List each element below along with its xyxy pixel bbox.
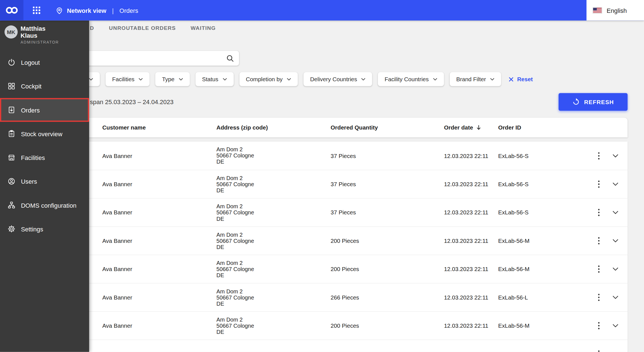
filter-chip-label: Completion by <box>246 76 283 83</box>
logo-rings-icon <box>5 6 19 15</box>
timespan-text: span 25.03.2023 – 24.04.2023 <box>90 99 174 106</box>
cell-order-date: 12.03.2023 22:11 <box>444 209 498 216</box>
cell-order-id: ExLab-56-S <box>498 181 584 188</box>
sidebar-item-settings[interactable]: Settings <box>0 217 89 241</box>
sidebar-item-doms-configuration[interactable]: DOMS configuration <box>0 193 89 217</box>
cell-ordered-quantity: 266 Pieces <box>331 294 444 301</box>
row-menu-button[interactable] <box>591 290 606 305</box>
filter-chip-facilities[interactable]: Facilities <box>106 72 150 86</box>
app-logo[interactable] <box>0 0 23 20</box>
chevron-down-icon <box>287 78 291 80</box>
column-header-order-date[interactable]: Order date <box>444 124 498 131</box>
reset-filters-button[interactable]: Reset <box>508 76 533 83</box>
cell-customer-name: Ava Banner <box>102 294 216 301</box>
cell-customer-name: Ava Banner <box>102 238 216 244</box>
user-name: Matthias Klaus <box>20 25 45 39</box>
column-header-customer-name[interactable]: Customer name <box>102 124 216 131</box>
filter-chip-delivery-countries[interactable]: Delivery Countries <box>304 72 372 86</box>
apps-grid-icon <box>33 7 40 14</box>
row-expand-button[interactable] <box>608 148 623 163</box>
table-row[interactable]: Ava Banner Am Dom 2 50667 Cologne DE 37 … <box>16 142 628 170</box>
cell-order-id: ExLab-56-L <box>498 294 584 301</box>
cell-order-id: ExLab-56-S <box>498 152 584 159</box>
column-header-address[interactable]: Address (zip code) <box>216 124 330 131</box>
brand-title: Network view <box>67 7 106 14</box>
chevron-down-icon <box>222 78 227 80</box>
us-flag-icon <box>593 8 602 13</box>
user-role: ADMINISTRATOR <box>20 40 59 44</box>
row-expand-button[interactable] <box>608 347 623 352</box>
table-row[interactable]: Ava Banner Am Dom 2 50667 Cologne DE 200… <box>16 255 628 283</box>
kebab-menu-icon <box>598 265 600 273</box>
power-icon <box>7 58 15 66</box>
filter-chip-label: Facilities <box>112 76 134 83</box>
row-menu-button[interactable] <box>591 262 606 276</box>
sidebar-item-stock-overview[interactable]: Stock overview <box>0 122 89 145</box>
cell-address: Am Dom 2 50667 Cologne DE <box>216 260 330 278</box>
row-menu-button[interactable] <box>591 177 606 191</box>
sidebar-item-facilities[interactable]: Facilities <box>0 146 89 169</box>
tab-first-truncated[interactable]: D <box>90 25 94 31</box>
cell-customer-name: Ava Banner <box>102 266 216 272</box>
filter-chip-label: Delivery Countries <box>310 76 357 83</box>
row-menu-button[interactable] <box>591 347 606 352</box>
apps-grid-button[interactable] <box>27 0 46 20</box>
cell-customer-name: Ava Banner <box>102 209 216 216</box>
row-expand-button[interactable] <box>608 318 623 333</box>
cell-address: Am Dom 2 50667 Cologne DE <box>216 175 330 193</box>
search-icon[interactable] <box>226 54 234 62</box>
language-selector[interactable]: English <box>586 0 644 20</box>
filter-chip-type[interactable]: Type <box>155 72 190 86</box>
table-row[interactable]: Am Dom 2 <box>16 340 628 352</box>
sitemap-icon <box>7 201 15 209</box>
row-menu-button[interactable] <box>591 205 606 220</box>
tab-waiting[interactable]: WAITING <box>191 25 216 31</box>
sidebar-item-users[interactable]: Users <box>0 169 89 193</box>
kebab-menu-icon <box>598 152 600 159</box>
sidebar-item-orders[interactable]: Orders <box>0 98 89 122</box>
filter-chip-brand-filter[interactable]: Brand Filter <box>450 72 501 86</box>
cell-order-id: ExLab-56-M <box>498 266 584 272</box>
table-row[interactable]: Ava Banner Am Dom 2 50667 Cologne DE 200… <box>16 311 628 339</box>
chevron-down-icon <box>361 78 366 80</box>
tab-bar: D UNROUTABLE ORDERS WAITING <box>90 25 216 31</box>
avatar: MK <box>4 25 18 39</box>
row-expand-button[interactable] <box>608 290 623 305</box>
row-menu-button[interactable] <box>591 148 606 163</box>
table-row[interactable]: Ava Banner Am Dom 2 50667 Cologne DE 37 … <box>16 198 628 226</box>
row-expand-button[interactable] <box>608 233 623 248</box>
table-row[interactable]: Ava Banner Am Dom 2 50667 Cologne DE 266… <box>16 283 628 311</box>
cell-order-date: 12.03.2023 22:11 <box>444 294 498 301</box>
filter-chip-facility-countries[interactable]: Facility Countries <box>378 72 444 86</box>
chevron-down-icon <box>139 78 143 80</box>
table-header-gap <box>16 137 628 142</box>
cell-order-id: ExLab-56-S <box>498 209 584 216</box>
cell-ordered-quantity: 200 Pieces <box>331 266 444 272</box>
column-header-ordered-quantity[interactable]: Ordered Quantity <box>331 124 444 131</box>
row-menu-button[interactable] <box>591 233 606 248</box>
page-title: Orders <box>119 7 138 14</box>
row-expand-button[interactable] <box>608 262 623 276</box>
tab-unroutable-orders[interactable]: UNROUTABLE ORDERS <box>109 25 176 31</box>
location-pin-icon <box>55 6 64 15</box>
filter-bar: Facilities Type <box>78 72 533 86</box>
refresh-button[interactable]: REFRESH <box>558 93 628 111</box>
filter-chip-status[interactable]: Status <box>195 72 233 86</box>
filter-chip-label: Status <box>202 76 218 83</box>
dashboard-icon <box>7 82 15 90</box>
sidebar-menu: Logout Cockpit Orders <box>0 51 89 241</box>
row-expand-button[interactable] <box>608 177 623 191</box>
row-menu-button[interactable] <box>591 318 606 333</box>
chevron-down-icon <box>179 78 183 80</box>
kebab-menu-icon <box>598 209 600 216</box>
chevron-down-icon <box>612 239 618 243</box>
filter-chip-completion-by[interactable]: Completion by <box>239 72 298 86</box>
column-header-order-id[interactable]: Order ID <box>498 124 584 131</box>
table-row[interactable]: Ava Banner Am Dom 2 50667 Cologne DE 37 … <box>16 170 628 198</box>
sidebar-item-cockpit[interactable]: Cockpit <box>0 74 89 98</box>
chevron-down-icon <box>612 324 618 328</box>
breadcrumb: Network view | Orders <box>55 6 138 15</box>
row-expand-button[interactable] <box>608 205 623 220</box>
table-row[interactable]: Ava Banner Am Dom 2 50667 Cologne DE 200… <box>16 226 628 255</box>
sidebar-item-logout[interactable]: Logout <box>0 51 89 74</box>
